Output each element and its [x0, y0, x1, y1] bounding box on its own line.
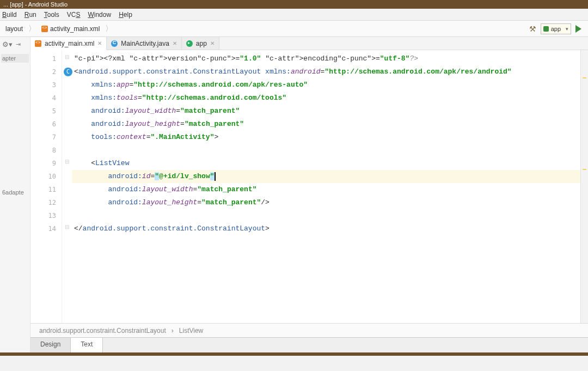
code-line[interactable]: <ListView	[72, 157, 580, 170]
run-config-label: app	[551, 26, 561, 32]
editor-tab[interactable]: MainActivity.java✕	[107, 37, 181, 50]
toolbar: layout 〉 activity_main.xml 〉 ⚒ app	[0, 21, 588, 37]
design-text-tab[interactable]: Design	[30, 338, 71, 352]
breadcrumb-item[interactable]: activity_main.xml	[38, 24, 103, 34]
run-config-select[interactable]: app	[541, 23, 571, 34]
structure-breadcrumb: android.support.constraint.ConstraintLay…	[30, 323, 588, 337]
title-bar: ... [app] - Android Studio	[0, 0, 588, 9]
project-item[interactable]: apter	[1, 54, 29, 63]
tab-label: MainActivity.java	[121, 40, 169, 47]
menu-window[interactable]: Window	[88, 11, 111, 19]
code-line[interactable]: <android.support.constraint.ConstraintLa…	[72, 65, 580, 78]
code-line[interactable]: android:layout_height="match_parent"	[72, 118, 580, 131]
code-line[interactable]	[72, 144, 580, 157]
run-button[interactable]	[575, 25, 581, 33]
line-number-gutter[interactable]: 12C34567891011121314	[30, 50, 62, 323]
fold-toggle-icon[interactable]: ⊟	[65, 224, 69, 230]
author-badge[interactable]: C	[64, 68, 72, 76]
project-tool-window[interactable]: ⚙▾ ⇥ apter 6adapte	[0, 37, 30, 352]
code-line[interactable]: android:layout_height="match_parent"/>	[72, 196, 580, 209]
breadcrumb: layout 〉 activity_main.xml 〉	[2, 24, 113, 34]
layout-editor-tabs: DesignText	[30, 337, 588, 352]
breadcrumb-label: activity_main.xml	[50, 25, 100, 33]
code-line[interactable]: xmlns:tools="http://schemas.android.com/…	[72, 92, 580, 105]
fold-toggle-icon[interactable]: ⊟	[65, 54, 69, 60]
menu-vcs[interactable]: VCS	[67, 11, 81, 19]
chevron-right-icon: ›	[171, 327, 174, 334]
close-icon[interactable]: ✕	[173, 40, 177, 46]
xml-file-icon	[35, 40, 41, 47]
fold-gutter[interactable]: ⊟⊟⊟⊟	[62, 50, 72, 323]
code-line[interactable]	[72, 209, 580, 222]
xml-file-icon	[41, 26, 48, 32]
code-editor[interactable]: "c-pi"><?xml "c-attr">version"c-punc">="…	[72, 50, 580, 323]
menu-run[interactable]: Run	[24, 11, 36, 19]
chevron-right-icon: 〉	[105, 24, 113, 34]
menu-help[interactable]: Help	[119, 11, 132, 19]
java-file-icon	[111, 40, 118, 47]
crumb-item[interactable]: ListView	[179, 327, 203, 334]
menu-bar: Build Run Tools VCS Window Help	[0, 9, 588, 21]
chevron-right-icon: 〉	[28, 24, 36, 34]
gear-icon[interactable]: ⚙▾	[2, 40, 13, 48]
status-bar	[0, 352, 588, 356]
code-line[interactable]: </android.support.constraint.ConstraintL…	[72, 222, 580, 235]
code-line[interactable]: tools:context=".MainActivity">	[72, 131, 580, 144]
close-icon[interactable]: ✕	[97, 40, 102, 46]
code-line[interactable]: xmlns:app="http://schemas.android.com/ap…	[72, 78, 580, 92]
error-stripe[interactable]	[580, 50, 588, 323]
tab-label: activity_main.xml	[45, 40, 94, 47]
build-icon[interactable]: ⚒	[529, 25, 536, 33]
tab-label: app	[196, 40, 207, 47]
code-line[interactable]: android:layout_width="match_parent"	[72, 105, 580, 118]
editor-tab[interactable]: activity_main.xml✕	[30, 37, 107, 50]
code-line[interactable]: android:id="@+id/lv_show"	[72, 170, 580, 183]
editor-tabs: activity_main.xml✕MainActivity.java✕app✕	[30, 37, 588, 50]
project-item[interactable]: 6adapte	[1, 188, 29, 197]
menu-build[interactable]: Build	[2, 11, 17, 19]
app-file-icon	[186, 40, 193, 47]
collapse-icon[interactable]: ⇥	[16, 41, 21, 48]
crumb-item[interactable]: android.support.constraint.ConstraintLay…	[39, 327, 166, 334]
code-line[interactable]: "c-pi"><?xml "c-attr">version"c-punc">="…	[72, 52, 580, 65]
design-text-tab[interactable]: Text	[71, 338, 103, 352]
breadcrumb-item[interactable]: layout	[2, 24, 26, 34]
menu-tools[interactable]: Tools	[44, 11, 59, 19]
fold-toggle-icon[interactable]: ⊟	[65, 159, 69, 165]
code-line[interactable]: android:layout_width="match_parent"	[72, 183, 580, 196]
editor-tab[interactable]: app✕	[182, 37, 219, 50]
close-icon[interactable]: ✕	[210, 40, 215, 46]
